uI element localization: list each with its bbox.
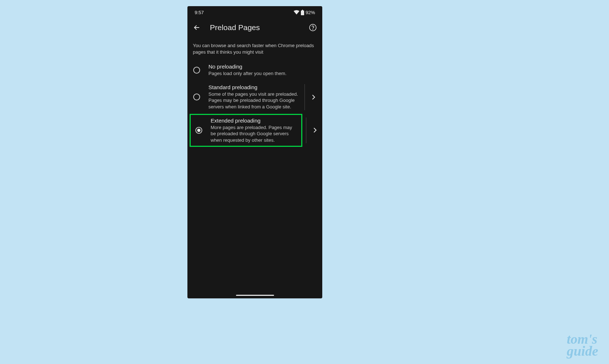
phone-screen: 9:57 92% Preload Pages <box>187 6 322 298</box>
radio-container <box>193 94 208 100</box>
option-title: Standard preloading <box>208 84 300 90</box>
svg-rect-0 <box>302 10 303 11</box>
watermark-line2: guide <box>567 343 598 359</box>
option-extended-preloading[interactable]: Extended preloadingMore pages are preloa… <box>190 114 302 147</box>
description-text: You can browse and search faster when Ch… <box>187 37 322 60</box>
help-button[interactable] <box>308 23 317 32</box>
option-description: More pages are preloaded. Pages may be p… <box>211 124 298 144</box>
chevron-button-extended-preloading[interactable] <box>308 114 322 147</box>
option-text: Extended preloadingMore pages are preloa… <box>211 117 301 144</box>
help-icon <box>309 24 317 32</box>
vertical-divider <box>304 84 305 110</box>
radio-button-standard-preloading[interactable] <box>193 94 200 100</box>
radio-button-extended-preloading[interactable] <box>195 127 202 134</box>
option-wrapper-extended-preloading: Extended preloadingMore pages are preloa… <box>187 114 322 147</box>
option-text: Standard preloadingSome of the pages you… <box>208 84 303 110</box>
content-area: You can browse and search faster when Ch… <box>187 37 322 292</box>
radio-button-no-preloading[interactable] <box>193 67 200 74</box>
chevron-button-standard-preloading[interactable] <box>306 84 321 110</box>
option-description: Some of the pages you visit are preloade… <box>208 91 300 110</box>
back-button[interactable] <box>192 23 201 32</box>
status-time: 9:57 <box>195 10 204 15</box>
vertical-divider <box>306 117 306 144</box>
wifi-icon <box>294 10 299 15</box>
arrow-left-icon <box>193 24 200 31</box>
battery-icon <box>301 10 304 15</box>
options-list: No preloadingPages load only after you o… <box>187 60 322 147</box>
chevron-right-icon <box>312 94 315 100</box>
option-no-preloading[interactable]: No preloadingPages load only after you o… <box>187 60 322 80</box>
radio-container <box>195 127 211 134</box>
chevron-right-icon <box>313 127 317 133</box>
app-bar: Preload Pages <box>187 18 322 37</box>
navigation-bar <box>187 292 322 298</box>
status-bar: 9:57 92% <box>187 6 322 18</box>
svg-point-4 <box>313 29 313 29</box>
svg-rect-1 <box>301 11 304 15</box>
option-description: Pages load only after you open them. <box>208 70 318 77</box>
option-text: No preloadingPages load only after you o… <box>208 63 321 77</box>
svg-point-3 <box>310 24 316 31</box>
watermark: tom's guide <box>567 333 598 357</box>
option-title: No preloading <box>208 63 318 70</box>
status-icons: 92% <box>294 10 315 15</box>
nav-handle[interactable] <box>236 295 274 296</box>
battery-percentage: 92% <box>306 10 315 15</box>
page-title: Preload Pages <box>210 23 300 32</box>
option-title: Extended preloading <box>211 117 298 124</box>
option-standard-preloading[interactable]: Standard preloadingSome of the pages you… <box>187 80 322 114</box>
radio-container <box>193 67 208 74</box>
